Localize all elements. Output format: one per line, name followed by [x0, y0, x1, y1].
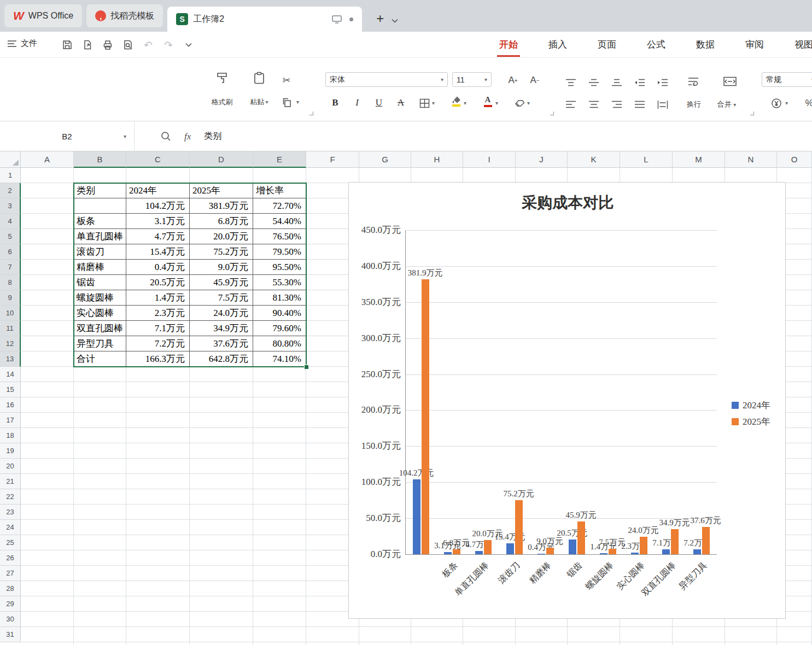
tab-page[interactable]: 页面	[593, 32, 621, 58]
font-dialog-launcher-icon[interactable]	[550, 112, 554, 115]
cell-D8[interactable]: 45.9万元	[190, 275, 253, 290]
cell-B9[interactable]: 螺旋圆棒	[74, 290, 126, 306]
cell-D6[interactable]: 75.2万元	[190, 244, 253, 260]
row-header-24[interactable]: 24	[0, 520, 21, 535]
window-tab-wps-office[interactable]: W WPS Office	[4, 4, 82, 27]
bar-2024年-异型刀具[interactable]	[693, 549, 701, 554]
cell-B2[interactable]: 类别	[74, 183, 126, 198]
bold-button[interactable]: B	[328, 96, 342, 109]
cell-D10[interactable]: 24.0万元	[190, 306, 253, 321]
cell-C11[interactable]: 7.1万元	[126, 321, 190, 336]
cell-D4[interactable]: 6.8万元	[190, 214, 253, 229]
align-right-icon[interactable]	[609, 97, 624, 112]
cell-E13[interactable]: 74.10%	[253, 351, 306, 367]
row-header-10[interactable]: 10	[0, 306, 21, 321]
borders-button[interactable]	[417, 96, 432, 110]
column-header-M[interactable]: M	[673, 151, 725, 168]
underline-button[interactable]: U	[372, 96, 386, 109]
column-header-L[interactable]: L	[620, 151, 673, 168]
legend-item-2024年[interactable]: 2024年	[732, 399, 770, 412]
bar-2024年-锯齿[interactable]	[569, 540, 576, 554]
row-header-29[interactable]: 29	[0, 596, 21, 612]
font-size-select[interactable]: 11 ▾	[452, 72, 492, 87]
cell-D11[interactable]: 34.9万元	[190, 321, 253, 336]
tab-review[interactable]: 审阅	[741, 32, 768, 58]
align-bottom-icon[interactable]	[609, 75, 624, 90]
bar-2024年-螺旋圆棒[interactable]	[600, 553, 607, 554]
currency-chevron-icon[interactable]: ▾	[785, 101, 788, 106]
distributed-align-icon[interactable]	[655, 97, 670, 112]
format-painter-button[interactable]: 格式刷	[208, 71, 236, 107]
search-icon[interactable]	[161, 131, 171, 142]
cell-D12[interactable]: 37.6万元	[190, 336, 253, 351]
undo-icon[interactable]: ↶	[142, 39, 154, 51]
cell-B11[interactable]: 双直孔圆棒	[74, 321, 126, 336]
row-header-18[interactable]: 18	[0, 428, 21, 443]
cell-C10[interactable]: 2.3万元	[126, 306, 190, 321]
row-header-12[interactable]: 12	[0, 336, 21, 351]
column-header-J[interactable]: J	[516, 151, 568, 168]
cell-E5[interactable]: 76.50%	[253, 229, 306, 244]
cell-C12[interactable]: 7.2万元	[126, 336, 190, 351]
window-tab-workbook[interactable]: S 工作簿2	[167, 7, 362, 32]
cell-D7[interactable]: 9.0万元	[190, 260, 253, 275]
column-header-A[interactable]: A	[21, 151, 74, 168]
cell-D9[interactable]: 7.5万元	[190, 290, 253, 306]
row-header-8[interactable]: 8	[0, 275, 21, 290]
align-center-icon[interactable]	[586, 97, 601, 112]
new-tab-button[interactable]: +	[376, 13, 384, 24]
font-name-select[interactable]: 宋体 ▾	[325, 72, 448, 87]
font-color-chevron-icon[interactable]: ▾	[495, 101, 498, 106]
row-header-27[interactable]: 27	[0, 566, 21, 581]
cell-B3[interactable]	[74, 198, 126, 214]
font-color-button[interactable]: A	[480, 94, 495, 108]
column-header-G[interactable]: G	[359, 151, 411, 168]
eraser-chevron-icon[interactable]: ▾	[527, 101, 530, 106]
tab-list-chevron-icon[interactable]	[392, 19, 398, 23]
merge-cells-icon[interactable]	[722, 74, 738, 89]
cell-B13[interactable]: 合计	[74, 351, 126, 367]
row-header-30[interactable]: 30	[0, 612, 21, 627]
row-header-16[interactable]: 16	[0, 397, 21, 413]
cell-B12[interactable]: 异型刀具	[74, 336, 126, 351]
strikethrough-button[interactable]: A	[394, 96, 408, 109]
cell-D2[interactable]: 2025年	[190, 183, 253, 198]
align-middle-icon[interactable]	[586, 75, 601, 90]
alignment-dialog-launcher-icon[interactable]	[750, 112, 754, 115]
cell-B5[interactable]: 单直孔圆棒	[74, 229, 126, 244]
row-header-6[interactable]: 6	[0, 244, 21, 260]
cell-E11[interactable]: 79.60%	[253, 321, 306, 336]
cell-C5[interactable]: 4.7万元	[126, 229, 190, 244]
row-header-15[interactable]: 15	[0, 382, 21, 397]
row-header-20[interactable]: 20	[0, 459, 21, 474]
column-header-N[interactable]: N	[725, 151, 777, 168]
fill-color-button[interactable]	[448, 94, 464, 108]
print-icon[interactable]	[102, 39, 114, 51]
legend-item-2025年[interactable]: 2025年	[732, 415, 770, 428]
name-box[interactable]: B2 ▾	[0, 121, 135, 151]
redo-icon[interactable]: ↷	[162, 39, 174, 51]
file-menu[interactable]: 文件	[8, 38, 37, 49]
save-icon[interactable]	[61, 39, 73, 51]
tab-home[interactable]: 开始	[495, 32, 522, 58]
bar-2025年-total[interactable]	[422, 279, 429, 554]
fill-color-chevron-icon[interactable]: ▾	[464, 101, 466, 106]
paste-button[interactable]: 粘贴▾	[245, 71, 273, 107]
align-top-icon[interactable]	[563, 75, 579, 90]
clipboard-dialog-launcher-icon[interactable]	[309, 112, 313, 115]
bar-2024年-板条[interactable]	[444, 552, 452, 554]
tab-view[interactable]: 视图	[790, 32, 812, 58]
increase-font-button[interactable]: A+	[505, 73, 521, 87]
bar-2025年-精磨棒[interactable]	[546, 548, 554, 554]
cell-B8[interactable]: 锯齿	[74, 275, 126, 290]
export-icon[interactable]	[81, 39, 94, 51]
cell-E2[interactable]: 增长率	[253, 183, 306, 198]
select-all-button[interactable]	[0, 151, 21, 168]
cell-E4[interactable]: 54.40%	[253, 214, 306, 229]
bar-2024年-实心圆棒[interactable]	[631, 553, 639, 554]
cell-B6[interactable]: 滚齿刀	[74, 244, 126, 260]
cell-C7[interactable]: 0.4万元	[126, 260, 190, 275]
align-left-icon[interactable]	[563, 97, 579, 112]
cell-C9[interactable]: 1.4万元	[126, 290, 190, 306]
tab-formula[interactable]: 公式	[642, 32, 670, 58]
